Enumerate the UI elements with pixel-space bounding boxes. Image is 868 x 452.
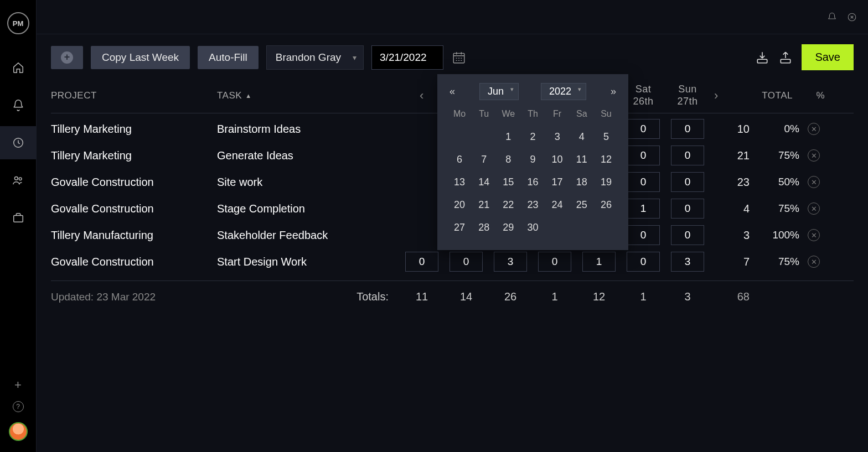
- hour-cell: [665, 146, 710, 165]
- dp-day[interactable]: 26: [594, 195, 618, 215]
- hour-input[interactable]: [450, 252, 483, 272]
- nav-timesheet[interactable]: [0, 126, 37, 159]
- hour-input[interactable]: [671, 119, 704, 139]
- hour-input[interactable]: [627, 172, 660, 192]
- dp-day[interactable]: 18: [570, 172, 594, 193]
- avatar[interactable]: [9, 422, 28, 441]
- delete-cell: ✕: [803, 229, 825, 241]
- dp-day[interactable]: 8: [496, 149, 520, 170]
- dp-day[interactable]: 5: [594, 127, 618, 147]
- dp-month-select[interactable]: Jun: [479, 83, 519, 100]
- dp-day[interactable]: 10: [545, 149, 570, 170]
- dp-day[interactable]: 3: [545, 127, 570, 147]
- nav-notifications[interactable]: [0, 89, 37, 122]
- user-select[interactable]: Brandon Gray: [266, 45, 364, 70]
- dp-day[interactable]: 17: [545, 172, 570, 193]
- task-name: Stakeholder Feedback: [217, 229, 400, 242]
- help-icon[interactable]: ?: [13, 401, 24, 412]
- col-task[interactable]: TASK▲: [217, 90, 400, 101]
- hour-input[interactable]: [627, 119, 660, 139]
- hour-input[interactable]: [494, 252, 527, 272]
- project-name: Tillery Marketing: [51, 123, 217, 136]
- date-input[interactable]: [371, 45, 443, 70]
- delete-cell: ✕: [803, 149, 825, 162]
- dp-day[interactable]: 21: [472, 195, 496, 215]
- totals-day: 1: [621, 290, 665, 303]
- close-icon[interactable]: [847, 12, 857, 22]
- hour-input[interactable]: [671, 146, 704, 165]
- nav-home[interactable]: [0, 51, 37, 84]
- hour-input[interactable]: [671, 225, 704, 245]
- hour-cell: [665, 252, 710, 272]
- delete-row-icon[interactable]: ✕: [808, 229, 820, 241]
- hour-input[interactable]: [627, 199, 660, 219]
- hour-input[interactable]: [627, 225, 660, 245]
- add-row-button[interactable]: +: [51, 46, 83, 69]
- dp-day[interactable]: 29: [496, 217, 520, 238]
- notification-icon[interactable]: [827, 12, 837, 22]
- dp-day[interactable]: 4: [570, 127, 594, 147]
- task-name: Start Design Work: [217, 256, 400, 268]
- task-name: Brainstorm Ideas: [217, 123, 400, 136]
- auto-fill-button[interactable]: Auto-Fill: [198, 46, 259, 69]
- hour-input[interactable]: [671, 252, 704, 272]
- copy-last-week-button[interactable]: Copy Last Week: [91, 46, 190, 69]
- dp-day[interactable]: 25: [570, 195, 594, 215]
- add-icon[interactable]: +: [14, 379, 22, 391]
- dp-day[interactable]: 2: [520, 127, 545, 147]
- svg-rect-6: [758, 59, 767, 63]
- dp-day[interactable]: 15: [496, 172, 520, 193]
- task-label: TASK: [217, 90, 242, 101]
- dp-day[interactable]: 14: [472, 172, 496, 193]
- import-icon[interactable]: [755, 50, 769, 65]
- totals-day: 14: [444, 290, 488, 303]
- hour-input[interactable]: [538, 252, 571, 272]
- delete-row-icon[interactable]: ✕: [808, 123, 820, 135]
- dp-day[interactable]: 11: [570, 149, 594, 170]
- row-total: 10: [710, 123, 760, 136]
- row-percent: 50%: [760, 176, 803, 188]
- dp-day[interactable]: 30: [520, 217, 545, 238]
- nav-portfolio[interactable]: [0, 201, 37, 235]
- dp-prev-year[interactable]: «: [447, 84, 457, 100]
- hour-input[interactable]: [627, 252, 660, 272]
- hour-input[interactable]: [582, 252, 616, 272]
- dp-day[interactable]: 16: [520, 172, 545, 193]
- dp-year-select[interactable]: 2022: [541, 83, 586, 100]
- delete-row-icon[interactable]: ✕: [808, 176, 820, 188]
- hour-cell: [577, 252, 621, 272]
- logo[interactable]: PM: [7, 12, 29, 34]
- hour-input[interactable]: [405, 252, 438, 272]
- hour-input[interactable]: [671, 172, 704, 192]
- dp-day[interactable]: 1: [496, 127, 520, 147]
- save-button[interactable]: Save: [802, 44, 854, 70]
- dp-day[interactable]: 24: [545, 195, 570, 215]
- calendar-icon[interactable]: [451, 50, 467, 65]
- nav-bottom: + ?: [9, 379, 28, 452]
- hour-input[interactable]: [671, 199, 704, 219]
- dp-day[interactable]: 23: [520, 195, 545, 215]
- hour-cell: [665, 119, 710, 139]
- dp-day[interactable]: 7: [472, 149, 496, 170]
- dp-next-year[interactable]: »: [608, 84, 618, 100]
- delete-row-icon[interactable]: ✕: [808, 202, 820, 215]
- next-week[interactable]: ›: [710, 89, 760, 103]
- delete-row-icon[interactable]: ✕: [808, 256, 820, 268]
- dp-day[interactable]: 28: [472, 217, 496, 238]
- col-total: TOTAL: [760, 90, 803, 101]
- dp-day[interactable]: 22: [496, 195, 520, 215]
- dp-day[interactable]: 20: [447, 195, 472, 215]
- delete-row-icon[interactable]: ✕: [808, 149, 820, 162]
- dp-dow: We: [496, 106, 520, 124]
- dp-day[interactable]: 12: [594, 149, 618, 170]
- dp-day[interactable]: 6: [447, 149, 472, 170]
- sort-asc-icon: ▲: [245, 92, 251, 99]
- dp-day[interactable]: 9: [520, 149, 545, 170]
- dp-day[interactable]: 27: [447, 217, 472, 238]
- export-icon[interactable]: [778, 50, 793, 65]
- dp-day[interactable]: 13: [447, 172, 472, 193]
- dp-day[interactable]: 19: [594, 172, 618, 193]
- hour-input[interactable]: [627, 146, 660, 165]
- nav-team[interactable]: [0, 164, 37, 197]
- svg-point-1: [14, 176, 18, 180]
